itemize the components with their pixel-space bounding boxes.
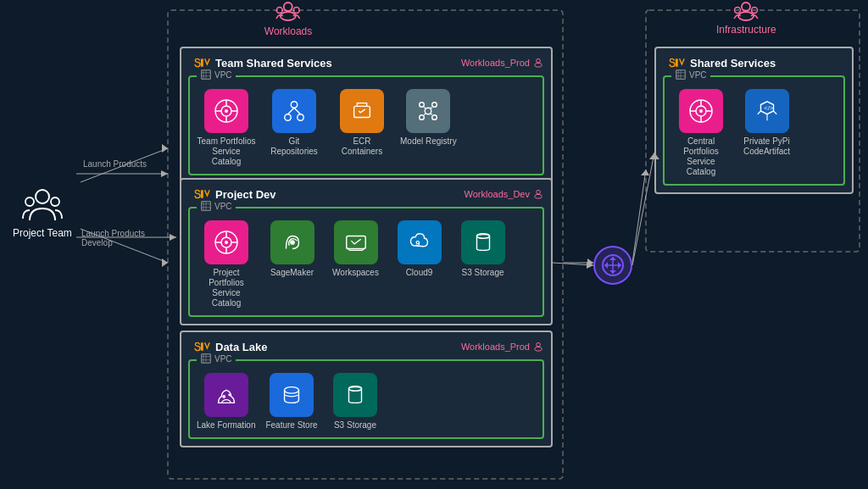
svg-marker-7 — [587, 258, 593, 267]
svg-marker-55 — [161, 170, 168, 177]
s3-datalake-label: S3 Storage — [334, 420, 376, 431]
svg-point-32 — [537, 190, 541, 194]
workloads-label: Workloads — [258, 0, 319, 37]
svg-point-13 — [294, 8, 300, 14]
project-dev-services-row: Project PortfoliosService Catalog SageMa… — [197, 214, 536, 308]
lake-formation-icon — [204, 373, 248, 417]
private-pypi-service: </> Private PyPiCodeArtifact — [739, 89, 794, 157]
lake-formation-service: Lake Formation — [197, 373, 255, 431]
svg-marker-57 — [170, 234, 176, 241]
svg-line-8 — [632, 169, 646, 263]
svg-point-12 — [277, 8, 283, 14]
account-header: Project Dev Workloads_Dev — [188, 186, 544, 202]
service-label: ECR Containers — [332, 136, 392, 157]
svg-marker-9 — [641, 169, 649, 175]
workspaces-icon — [334, 220, 378, 264]
service-label: Model Registry — [400, 136, 457, 147]
svg-marker-3 — [162, 144, 168, 153]
vpc-box-3: VPC Lake Formation Feature Store — [188, 359, 544, 439]
vpc-label-3: VPC — [197, 353, 236, 364]
service-item: Git Repositories — [264, 89, 324, 157]
svg-point-51 — [36, 190, 49, 203]
portfolios-icon-box — [204, 89, 248, 133]
service-label: Project PortfoliosService Catalog — [197, 268, 256, 308]
infrastructure-label: Infrastructure — [716, 0, 776, 36]
vpc-box-1: VPC Team PortfoliosService Catalog Git R… — [188, 75, 544, 175]
svg-point-17 — [752, 8, 758, 14]
service-item: ECR Containers — [332, 89, 392, 157]
pypi-label: Private PyPiCodeArtifact — [743, 136, 790, 157]
vpc-label-1: VPC — [197, 69, 236, 81]
workloads-prod-tag-2: Workloads_Prod — [461, 342, 544, 352]
cloud9-icon: 9 — [398, 220, 442, 264]
vpc-label-2: VPC — [197, 200, 236, 212]
sagemaker-icon — [270, 220, 314, 264]
pypi-icon: </> — [745, 89, 789, 133]
team-shared-services-account: Team Shared Services Workloads_Prod VPC … — [180, 47, 553, 184]
svg-marker-60 — [587, 262, 593, 269]
diagram-container: Workloads Infrastructure Team Shared Ser… — [0, 0, 868, 489]
svg-point-41 — [537, 342, 541, 347]
ecr-icon-box — [340, 89, 384, 133]
svg-point-14 — [742, 3, 750, 11]
data-lake-account: Data Lake Workloads_Prod VPC Lake Format… — [180, 331, 553, 447]
service-label: S3 Storage — [461, 268, 504, 278]
workloads-prod-tag-1: Workloads_Prod — [461, 58, 544, 68]
svg-point-49 — [699, 109, 703, 113]
shared-services-row: Central PortfoliosService Catalog </> Pr… — [671, 82, 837, 177]
svg-line-59 — [553, 263, 593, 265]
service-item: Model Registry — [400, 89, 457, 147]
service-item: SageMaker — [264, 220, 320, 278]
s3-storage-datalake-service: S3 Storage — [327, 373, 382, 431]
svg-point-28 — [420, 103, 425, 108]
account-header: Data Lake Workloads_Prod — [188, 339, 544, 354]
service-label: Workspaces — [332, 268, 379, 278]
s3-storage-icon — [461, 220, 505, 264]
service-item: Workspaces — [328, 220, 383, 278]
svg-point-25 — [298, 114, 304, 121]
proj-portfolios-icon — [204, 220, 248, 264]
project-dev-account: Project Dev Workloads_Dev VPC Project Po… — [180, 178, 553, 325]
svg-point-24 — [285, 114, 292, 121]
transit-gateway-icon — [601, 253, 625, 277]
svg-point-27 — [426, 108, 432, 114]
service-item: 9 Cloud9 — [392, 220, 447, 278]
vpc-box-2: VPC Project PortfoliosService Catalog Sa… — [188, 207, 544, 317]
svg-point-31 — [432, 115, 437, 120]
svg-point-53 — [51, 197, 59, 206]
svg-point-36 — [225, 241, 228, 244]
feature-store-label: Feature Store — [265, 420, 317, 431]
svg-point-30 — [420, 115, 425, 120]
svg-text:</>: </> — [764, 104, 773, 112]
service-item: S3 Storage — [455, 220, 510, 278]
feature-store-icon — [270, 373, 314, 417]
team-shared-services-row: Team PortfoliosService Catalog Git Repos… — [197, 82, 536, 167]
svg-point-42 — [535, 347, 542, 351]
account-header: Team Shared Services Workloads_Prod — [188, 55, 544, 70]
launch-products-label: Launch Products — [83, 159, 147, 169]
central-portfolios-service: Central PortfoliosService Catalog — [671, 89, 731, 177]
svg-line-61 — [632, 153, 654, 265]
svg-point-37 — [290, 240, 295, 245]
svg-point-33 — [535, 194, 542, 198]
service-item: Team PortfoliosService Catalog — [197, 89, 256, 167]
workloads-dev-tag: Workloads_Dev — [465, 189, 544, 199]
svg-point-52 — [25, 197, 34, 206]
transit-gateway — [593, 246, 632, 285]
service-item: Project PortfoliosService Catalog — [197, 220, 256, 308]
central-portfolios-icon — [679, 89, 723, 133]
svg-point-22 — [225, 109, 228, 113]
svg-text:9: 9 — [415, 239, 420, 247]
svg-point-44 — [228, 394, 231, 397]
feature-store-service: Feature Store — [264, 373, 319, 431]
vpc-label-4: VPC — [671, 69, 710, 81]
vpc-box-4: VPC Central PortfoliosService Catalog </… — [663, 75, 845, 186]
s3-datalake-icon — [333, 373, 377, 417]
project-team-icon — [21, 186, 64, 224]
service-label: Git Repositories — [264, 136, 324, 157]
svg-point-10 — [284, 3, 292, 11]
svg-point-16 — [735, 8, 741, 14]
svg-point-45 — [285, 387, 299, 394]
svg-marker-5 — [162, 258, 168, 267]
shared-services-account: Shared Services VPC Central PortfoliosSe… — [654, 47, 854, 194]
